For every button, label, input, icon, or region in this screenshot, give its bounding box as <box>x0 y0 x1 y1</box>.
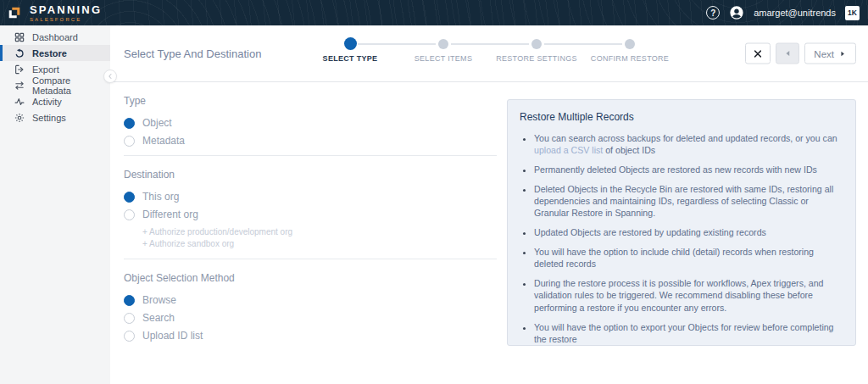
section-title-destination: Destination <box>124 169 497 181</box>
next-arrow-icon <box>838 49 847 58</box>
info-bullet: Updated Objects are restored by updating… <box>534 226 843 238</box>
step-label: RESTORE SETTINGS <box>496 54 577 63</box>
info-bullet: You will have the option to include chil… <box>534 246 843 270</box>
radio-label: Different org <box>142 209 198 220</box>
radio-selected-icon[interactable] <box>124 118 135 129</box>
wizard-toolbar: Select Type And Destination SELECT TYPES… <box>110 25 868 82</box>
radio-option-different-org[interactable]: Different org <box>124 209 497 220</box>
top-header-bar: SPANNING SALESFORCE ? amarget@unitrends … <box>0 0 868 25</box>
info-text: You will have the option to export your … <box>534 322 834 344</box>
section-title-type: Type <box>124 95 497 107</box>
info-panel: Restore Multiple Records You can search … <box>507 99 856 346</box>
main-content: Select Type And Destination SELECT TYPES… <box>110 25 868 384</box>
radio-label: Search <box>142 312 175 324</box>
info-bullet: You will have the option to export your … <box>534 321 843 346</box>
spanning-logo-icon <box>7 5 22 20</box>
sidebar-item-restore[interactable]: Restore <box>0 45 110 61</box>
info-bullet: Deleted Objects in the Recycle Bin are r… <box>534 183 843 220</box>
radio-unselected-icon[interactable] <box>124 331 135 342</box>
section-divider <box>124 259 497 259</box>
logo-subtitle: SALESFORCE <box>30 17 102 22</box>
activity-icon <box>14 97 25 107</box>
info-panel-title: Restore Multiple Records <box>520 111 843 123</box>
step-label: SELECT ITEMS <box>415 54 472 63</box>
step-restore-settings[interactable]: RESTORE SETTINGS <box>490 36 583 63</box>
radio-option-metadata[interactable]: Metadata <box>124 135 497 147</box>
user-avatar-icon[interactable] <box>729 5 744 20</box>
radio-unselected-icon[interactable] <box>124 313 135 324</box>
radio-label: Metadata <box>142 135 185 147</box>
sidebar-item-activity[interactable]: Activity <box>0 93 110 109</box>
app-logo: SPANNING SALESFORCE <box>7 4 102 22</box>
step-dot-icon <box>531 39 542 49</box>
info-text: You will have the option to include chil… <box>534 247 814 269</box>
step-dot-icon <box>625 39 635 49</box>
next-step-button[interactable]: Next <box>804 43 856 64</box>
inline-link[interactable]: upload a CSV list <box>534 145 603 155</box>
info-bullet: Permanently deleted Objects are restored… <box>534 164 843 175</box>
product-badge[interactable]: 1K <box>845 6 860 20</box>
sidebar-item-label: Compare Metadata <box>32 75 110 96</box>
sidebar-item-compare-metadata[interactable]: Compare Metadata <box>0 77 110 93</box>
radio-option-upload-id-list[interactable]: Upload ID list <box>124 330 497 342</box>
authorize-org-link[interactable]: + Authorize sandbox org <box>142 238 497 250</box>
step-confirm-restore[interactable]: CONFIRM RESTORE <box>583 36 676 63</box>
chevron-left-icon <box>106 72 114 81</box>
sidebar-item-dashboard[interactable]: Dashboard <box>0 29 110 45</box>
radio-option-this-org[interactable]: This org <box>124 191 497 203</box>
sidebar-item-label: Activity <box>32 97 62 107</box>
radio-unselected-icon[interactable] <box>124 136 135 147</box>
info-text: Updated Objects are restored by updating… <box>534 227 766 237</box>
close-button[interactable] <box>745 43 771 64</box>
step-select-type[interactable]: SELECT TYPE <box>303 36 397 63</box>
export-icon <box>14 64 25 75</box>
info-bullet: During the restore process it is possibl… <box>534 277 843 314</box>
selection-form: TypeObjectMetadataDestinationThis orgDif… <box>124 82 497 348</box>
info-text: During the restore process it is possibl… <box>534 278 824 313</box>
next-button-label: Next <box>814 48 834 58</box>
radio-label: Upload ID list <box>142 330 203 342</box>
section-divider <box>124 155 497 156</box>
sidebar-item-label: Dashboard <box>32 32 78 42</box>
info-text: Permanently deleted Objects are restored… <box>534 164 817 175</box>
authorize-org-link[interactable]: + Authorize production/development org <box>142 226 497 238</box>
radio-label: Object <box>142 117 172 129</box>
radio-option-object[interactable]: Object <box>124 117 497 129</box>
settings-icon <box>14 113 25 123</box>
sidebar-nav: DashboardRestoreExportCompare MetadataAc… <box>0 25 110 384</box>
sidebar-item-label: Restore <box>32 48 67 58</box>
info-text: You can search across backups for delete… <box>534 133 837 143</box>
step-dot-icon <box>438 39 448 49</box>
radio-option-browse[interactable]: Browse <box>124 294 497 306</box>
close-icon <box>753 48 763 58</box>
dashboard-icon <box>14 32 25 42</box>
logo-title: SPANNING <box>30 4 102 15</box>
restore-icon <box>14 48 25 58</box>
sidebar-item-label: Export <box>32 64 59 75</box>
radio-option-search[interactable]: Search <box>124 312 497 324</box>
step-select-items[interactable]: SELECT ITEMS <box>397 36 490 63</box>
info-text: Deleted Objects in the Recycle Bin are r… <box>534 184 833 219</box>
radio-selected-icon[interactable] <box>124 295 135 306</box>
compare-icon <box>14 81 25 91</box>
info-text: of object IDs <box>603 145 655 155</box>
section-title-object-selection-method: Object Selection Method <box>124 272 497 284</box>
previous-arrow-icon <box>783 49 793 58</box>
step-dot-icon <box>344 37 357 50</box>
info-bullet: You can search across backups for delete… <box>534 132 843 157</box>
user-email[interactable]: amarget@unitrends <box>754 8 836 18</box>
sidebar-collapse-button[interactable] <box>103 70 117 83</box>
page-title: Select Type And Destination <box>124 47 261 60</box>
radio-selected-icon[interactable] <box>124 192 135 203</box>
wizard-stepper: SELECT TYPESELECT ITEMSRESTORE SETTINGSC… <box>303 36 676 63</box>
step-label: SELECT TYPE <box>323 54 378 63</box>
sidebar-item-label: Settings <box>32 113 66 123</box>
help-icon[interactable]: ? <box>706 6 720 19</box>
radio-unselected-icon[interactable] <box>124 209 135 220</box>
sidebar-item-settings[interactable]: Settings <box>0 109 110 125</box>
previous-step-button[interactable] <box>776 43 799 64</box>
step-label: CONFIRM RESTORE <box>591 54 669 63</box>
radio-label: This org <box>142 191 179 203</box>
radio-label: Browse <box>142 294 176 306</box>
